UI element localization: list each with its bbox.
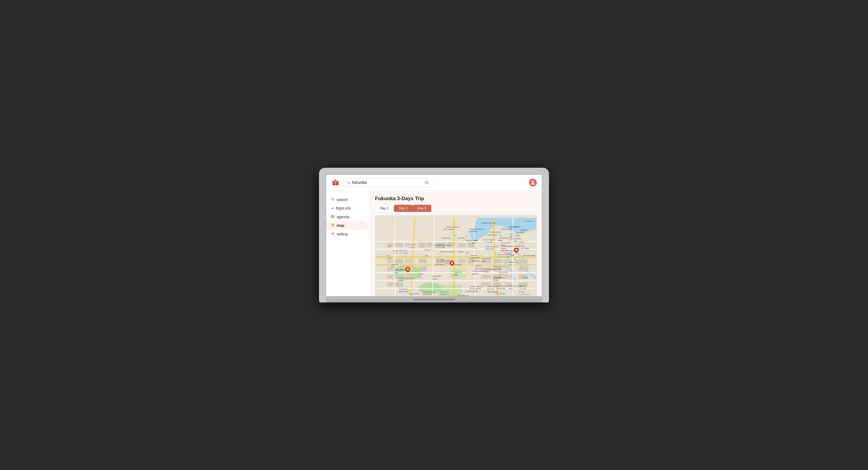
svg-text:Mr. Max: Mr. Max (519, 291, 524, 293)
svg-text:Library: Library (508, 288, 513, 290)
svg-text:中央区: 中央区 (432, 278, 437, 280)
svg-text:天神南: 天神南 (482, 260, 486, 262)
svg-text:Junior & Senior HS: Junior & Senior HS (469, 288, 481, 290)
svg-rect-30 (387, 259, 393, 263)
sidebar-item-flight-info[interactable]: ✈ flight info (326, 204, 367, 213)
svg-text:大名: 大名 (425, 255, 428, 257)
svg-text:Seminar House: Seminar House (422, 294, 432, 295)
search-bar[interactable]: 🔍 ↵ (344, 178, 432, 187)
app-container: 🔍 ↵ (326, 175, 542, 296)
svg-text:聖福寺: 聖福寺 (520, 232, 525, 233)
sidebar-label-agenda: agenda (337, 215, 349, 219)
svg-text:Yodobashi Hakata: Yodobashi Hakata (523, 255, 535, 257)
svg-rect-7 (331, 215, 332, 218)
svg-text:中活大通り(薬院駅): 中活大通り(薬院駅) (465, 291, 478, 292)
svg-text:Keigo ES: Keigo ES (475, 265, 482, 267)
svg-rect-31 (395, 259, 403, 263)
sidebar-item-setting[interactable]: setting (326, 230, 367, 238)
svg-text:Yakuin-odori: Yakuin-odori (440, 291, 449, 293)
svg-text:Hermana Fukuoka: Hermana Fukuoka (493, 265, 506, 267)
svg-text:Kushida shrine: Kushida shrine (515, 245, 525, 247)
svg-rect-45 (419, 266, 427, 271)
tab-day1[interactable]: Day 1 (375, 205, 394, 212)
svg-text:みなと: みなと (410, 246, 415, 248)
laptop-base (326, 297, 542, 302)
svg-text:住吉: 住吉 (508, 264, 512, 266)
flight-nav-icon: ✈ (331, 206, 334, 210)
search-input[interactable] (352, 180, 423, 185)
svg-text:祇園: 祇園 (510, 236, 513, 237)
svg-text:Fukuoka University: Fukuoka University (423, 291, 434, 293)
content-area: Fukuoka 3-Days Trip Day 1 Day 2 Day 3 (370, 190, 542, 296)
svg-text:まんだらけ 福岡: まんだらけ 福岡 (434, 246, 445, 248)
svg-rect-39 (493, 259, 501, 263)
svg-text:キャナルシティ博多: キャナルシティ博多 (497, 256, 510, 258)
svg-text:アクロス福岡: アクロス福岡 (484, 241, 493, 243)
svg-text:福岡城跡: 福岡城跡 (398, 280, 403, 281)
svg-text:博多区役所: 博多区役所 (501, 228, 508, 230)
svg-text:Fukuoka HS: Fukuoka HS (525, 220, 533, 222)
day-tabs: Day 1 Day 2 Day 3 (375, 205, 537, 212)
svg-point-204 (516, 249, 518, 251)
enter-key-hint: ↵ (425, 181, 429, 184)
svg-rect-58 (395, 283, 403, 287)
svg-rect-28 (458, 243, 466, 247)
svg-text:祇園町: 祇園町 (498, 240, 502, 241)
svg-text:Hakate Museum: Hakate Museum (487, 234, 497, 236)
sidebar-item-map[interactable]: map (326, 221, 367, 230)
svg-text:Lawson: Lawson (519, 241, 524, 243)
tab-day3[interactable]: Day 3 (413, 205, 432, 212)
sidebar-item-search[interactable]: search (326, 196, 367, 204)
svg-rect-57 (387, 283, 393, 287)
svg-text:呉服町: 呉服町 (508, 228, 513, 230)
map-container: Fukuoka City Hall Fukuoka HS NARAYAMACHI… (375, 215, 537, 296)
svg-text:Kiwamiya Hakata: Kiwamiya Hakata (509, 238, 521, 240)
svg-text:Nishitetsu: Nishitetsu (471, 255, 477, 257)
svg-text:Park: Park (395, 272, 398, 273)
svg-text:西鉄福岡本店: 西鉄福岡本店 (472, 260, 480, 261)
sidebar-item-agenda[interactable]: agenda (326, 213, 367, 221)
svg-text:555: 555 (499, 234, 502, 236)
svg-point-198 (407, 268, 409, 270)
svg-text:Fukuoka Shiritsu: Fukuoka Shiritsu (473, 270, 485, 272)
svg-text:Fukuoka Prefectural: Fukuoka Prefectural (470, 228, 484, 230)
search-icon: 🔍 (347, 181, 350, 184)
svg-text:ミスターマックス: ミスターマックス (519, 294, 530, 295)
svg-text:Reisen Park: Reisen Park (501, 242, 510, 244)
svg-text:Tenjin-minami: Tenjin-minami (482, 258, 491, 259)
sidebar-label-flight-info: flight info (336, 206, 351, 211)
svg-text:Mr. Max: Mr. Max (523, 277, 528, 278)
user-avatar[interactable] (529, 179, 537, 186)
svg-text:Gion: Gion (510, 233, 514, 235)
svg-rect-24 (419, 243, 426, 248)
svg-text:Subway Kuho Line: Subway Kuho Line (440, 251, 454, 253)
trip-title: Fukuoka 3-Days Trip (375, 196, 537, 201)
svg-text:YAKUIN: YAKUIN (463, 295, 468, 296)
svg-text:西公園: 西公園 (501, 244, 505, 246)
tab-day2[interactable]: Day 2 (394, 205, 413, 212)
svg-text:ホテルモンテ: ホテルモンテ (499, 274, 507, 275)
svg-point-14 (332, 233, 334, 234)
svg-rect-48 (505, 267, 512, 271)
svg-text:福岡市立: 福岡市立 (472, 273, 478, 274)
svg-text:慶誥小学校: 慶誥小学校 (475, 268, 482, 269)
svg-text:Tenjin Central Park: Tenjin Central Park (486, 246, 499, 248)
svg-text:Papparayray: Papparayray (454, 264, 462, 265)
svg-text:福岡天神本店: 福岡天神本店 (435, 264, 444, 265)
svg-text:Shofukuji: Shofukuji (521, 229, 527, 231)
svg-text:ホテル博多: ホテル博多 (521, 248, 529, 249)
svg-text:エルマナ福岡: エルマナ福岡 (493, 268, 502, 270)
svg-text:ローソン: ローソン (519, 243, 524, 245)
svg-rect-36 (458, 259, 466, 263)
svg-text:Acros Fukuoka: Acros Fukuoka (483, 239, 494, 241)
svg-text:大名: 大名 (466, 252, 469, 254)
svg-text:GIONMACHI: GIONMACHI (499, 237, 508, 239)
svg-text:Akasaka: Akasaka (425, 249, 431, 251)
svg-point-201 (451, 262, 453, 264)
svg-text:Hotel Monte: Hotel Monte (499, 271, 507, 273)
svg-text:Natural hot springs: Natural hot springs (446, 226, 459, 228)
svg-rect-32 (405, 259, 412, 263)
agenda-nav-icon (331, 215, 335, 219)
svg-rect-23 (405, 243, 410, 247)
svg-text:Gokoku Shrine: Gokoku Shrine (409, 293, 420, 295)
